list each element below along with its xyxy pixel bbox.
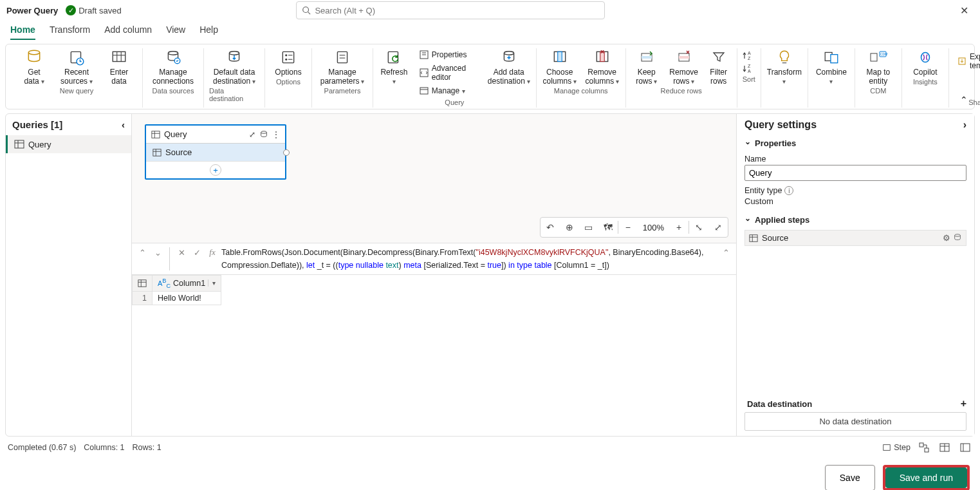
next-step-button[interactable]: ⌄ xyxy=(151,246,164,259)
more-icon[interactable]: ⋮ xyxy=(272,130,280,139)
column-filter-dropdown[interactable]: ▾ xyxy=(208,279,216,287)
gear-icon[interactable]: ⚙ xyxy=(943,233,950,243)
collapse-diagram-button[interactable]: ⤡ xyxy=(689,218,708,237)
filter-rows-button[interactable]: Filter rows xyxy=(706,48,732,86)
fx-icon[interactable]: fx xyxy=(206,246,219,259)
tab-transform[interactable]: Transform xyxy=(50,24,90,40)
combine-button[interactable]: Combine xyxy=(813,48,849,86)
formula-text[interactable]: Table.FromRows(Json.Document(Binary.Deco… xyxy=(221,246,717,272)
add-destination-button[interactable]: + xyxy=(961,398,966,410)
add-step-button[interactable]: + xyxy=(210,164,221,176)
map-to-entity-button[interactable]: CDM Map to entity xyxy=(860,48,896,86)
step-db-icon[interactable] xyxy=(953,233,962,243)
export-template-button[interactable]: Export template xyxy=(954,48,980,71)
svg-rect-47 xyxy=(15,140,24,148)
search-box[interactable] xyxy=(296,1,605,19)
output-port[interactable] xyxy=(283,149,290,156)
cancel-edit-button[interactable]: ✕ xyxy=(175,246,188,259)
confirm-edit-button[interactable]: ✓ xyxy=(190,246,203,259)
undo-button[interactable]: ↶ xyxy=(541,218,560,237)
remove-columns-button[interactable]: Remove columns xyxy=(584,48,620,86)
manage-params-label: Manage parameters xyxy=(320,68,360,86)
cell[interactable]: Hello World! xyxy=(153,291,221,305)
add-data-destination-button[interactable]: Add data destination xyxy=(487,48,531,86)
tab-help[interactable]: Help xyxy=(199,24,218,40)
prev-step-button[interactable]: ⌃ xyxy=(136,246,149,259)
view-schema-button[interactable] xyxy=(958,440,972,455)
group-manage-columns: Manage columns xyxy=(554,87,608,96)
diagram-canvas[interactable]: Query ⤢ ⋮ Source + ↶ ⊕ ▭ 🗺 xyxy=(132,114,736,243)
zoom-out-button[interactable]: − xyxy=(618,218,638,237)
manage-button[interactable]: Manage ▾ xyxy=(416,84,481,97)
choose-columns-button[interactable]: Choose columns xyxy=(542,48,578,86)
view-grid-button[interactable] xyxy=(938,440,952,455)
fit-screen-button[interactable]: ▭ xyxy=(579,218,598,237)
recent-sources-button[interactable]: Recent sources xyxy=(59,48,95,86)
query-node[interactable]: Query ⤢ ⋮ Source + xyxy=(145,124,286,180)
default-data-destination-button[interactable]: Default data destination xyxy=(209,48,259,86)
select-all-corner[interactable] xyxy=(133,276,153,292)
save-button[interactable]: Save xyxy=(825,465,875,490)
node-action-icon[interactable] xyxy=(259,130,268,139)
collapse-ribbon-button[interactable]: ⌃ xyxy=(960,95,968,105)
tab-add-column[interactable]: Add column xyxy=(104,24,152,40)
close-button[interactable]: ✕ xyxy=(955,2,974,19)
keep-rows-button[interactable]: Keep rows xyxy=(631,48,662,86)
table-icon xyxy=(151,130,160,139)
svg-rect-35 xyxy=(679,56,689,59)
minimap-button[interactable]: 🗺 xyxy=(598,218,618,237)
node-step-source[interactable]: Source xyxy=(146,144,285,162)
manage-connections-button[interactable]: Manage connections xyxy=(148,48,198,86)
info-icon[interactable]: i xyxy=(784,186,793,195)
fit-button[interactable]: ⊕ xyxy=(560,218,579,237)
group-transform xyxy=(783,87,785,96)
applied-step-source[interactable]: Source ⚙ xyxy=(744,230,966,246)
fullscreen-button[interactable]: ⤢ xyxy=(708,218,728,237)
advanced-editor-button[interactable]: Advanced editor xyxy=(416,62,481,83)
expand-icon[interactable]: ⤢ xyxy=(249,130,255,139)
view-diagram-button[interactable] xyxy=(917,440,931,455)
transform-button[interactable]: Transform xyxy=(766,48,802,86)
sort-desc-button[interactable]: ZA xyxy=(743,64,755,74)
name-label: Name xyxy=(744,155,966,164)
query-list-item[interactable]: Query xyxy=(6,135,131,153)
options-button[interactable]: Options xyxy=(270,48,306,77)
collapse-panel-button[interactable]: › xyxy=(963,119,966,131)
applied-steps-section[interactable]: Applied steps xyxy=(744,215,966,225)
remove-rows-button[interactable]: Remove rows xyxy=(669,48,699,86)
zoom-in-button[interactable]: + xyxy=(669,218,689,237)
enter-data-button[interactable]: Enter data xyxy=(101,48,137,86)
copilot-button[interactable]: Copilot xyxy=(907,48,943,77)
svg-rect-57 xyxy=(138,280,146,287)
menu-tabs: Home Transform Add column View Help xyxy=(0,21,980,40)
lightbulb-icon xyxy=(774,48,795,66)
refresh-button[interactable]: Refresh xyxy=(378,48,410,86)
expand-formula-button[interactable]: ⌃ xyxy=(719,246,732,259)
search-input[interactable] xyxy=(315,6,599,15)
column-header-column1[interactable]: ABC Column1 ▾ xyxy=(153,276,221,292)
svg-point-63 xyxy=(955,234,961,237)
advanced-editor-label: Advanced editor xyxy=(432,64,478,82)
refresh-icon xyxy=(384,48,404,66)
collapse-sidebar-button[interactable]: ‹ xyxy=(122,119,125,130)
svg-rect-64 xyxy=(883,445,891,451)
manage-parameters-button[interactable]: Manage parameters xyxy=(317,48,367,86)
save-and-run-button[interactable]: Save and run xyxy=(885,467,967,488)
app-title: Power Query xyxy=(6,6,58,15)
tab-view[interactable]: View xyxy=(166,24,185,40)
remove-cols-label: Remove columns xyxy=(585,68,616,86)
svg-rect-5 xyxy=(113,52,125,61)
step-indicator[interactable]: Step xyxy=(882,443,911,452)
svg-point-27 xyxy=(504,52,513,55)
sort-asc-button[interactable]: AZ xyxy=(743,51,755,61)
query-name-input[interactable] xyxy=(744,165,966,181)
properties-section[interactable]: Properties xyxy=(744,138,966,148)
get-data-button[interactable]: Get data xyxy=(16,48,52,86)
properties-button[interactable]: Properties xyxy=(416,48,481,61)
combine-label: Combine xyxy=(816,68,847,77)
tab-home[interactable]: Home xyxy=(10,24,35,40)
data-grid[interactable]: ABC Column1 ▾ 1 Hello World! xyxy=(132,274,736,436)
destination-icon xyxy=(224,48,245,66)
svg-rect-60 xyxy=(750,234,757,241)
search-icon xyxy=(302,6,311,15)
